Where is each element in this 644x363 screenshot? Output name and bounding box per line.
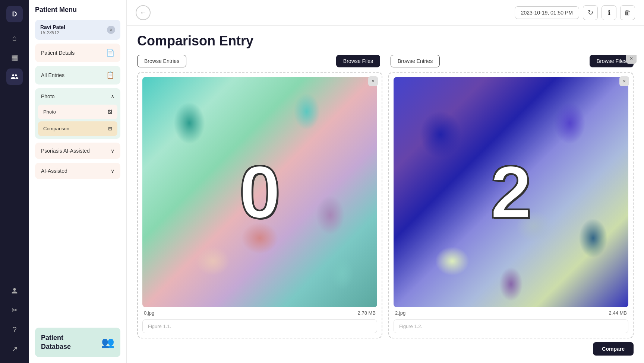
comparison-label: Comparison (43, 126, 69, 131)
comparison-panels: × 0 0.jpg 2.78 MB Figure 1.1. × 2 (137, 72, 634, 338)
photo-section-label: Photo (41, 93, 55, 99)
browse-entries-button-left[interactable]: Browse Entries (137, 55, 186, 67)
entries-icon: 📋 (106, 71, 114, 79)
patient-menu: Patient Menu Ravi Patel 18-23912 × Patie… (29, 0, 127, 363)
psoriasis-label: Psoriasis AI-Assisted (41, 148, 90, 154)
export-icon[interactable]: ↗ (6, 341, 23, 357)
comparison-toolbar: Browse Entries Browse Files Browse Entri… (137, 55, 634, 67)
panel-footer-right: 2.jpg 2.44 MB (394, 307, 628, 317)
compare-button[interactable]: Compare (593, 342, 634, 356)
photo-icon: 🖼 (107, 109, 112, 115)
panel-close-button-right[interactable]: × (619, 76, 629, 86)
chevron-up-icon: ∧ (111, 93, 114, 99)
photo-section: Photo ∧ Photo 🖼 Comparison ⊞ (35, 88, 120, 139)
ai-assisted-label: AI-Assisted (41, 168, 67, 174)
page-title: Comparison Entry (137, 33, 634, 49)
global-close-button[interactable]: × (626, 55, 637, 64)
image-number-0: 0 (239, 155, 280, 229)
user-icon[interactable] (6, 283, 23, 299)
sidebar-item-ai-assisted[interactable]: AI-Assisted ∨ (35, 163, 120, 179)
panel-image-right: 2 (394, 77, 628, 307)
sidebar-item-psoriasis[interactable]: Psoriasis AI-Assisted ∨ (35, 143, 120, 159)
back-button[interactable]: ← (136, 5, 151, 20)
datetime-badge: 2023-10-19, 01:50 PM (515, 6, 579, 19)
panel-caption-left[interactable]: Figure 1.1. (142, 319, 377, 333)
top-bar: ← 2023-10-19, 01:50 PM ↻ ℹ 🗑 (127, 0, 644, 26)
image-number-2: 2 (490, 155, 531, 229)
sidebar-item-all-entries[interactable]: All Entries 📋 (35, 66, 120, 85)
patient-details-label: Patient Details (41, 50, 75, 56)
filesize-left: 2.78 MB (358, 310, 376, 316)
panel-close-button-left[interactable]: × (368, 76, 378, 86)
top-bar-right: 2023-10-19, 01:50 PM ↻ ℹ 🗑 (515, 5, 635, 20)
app-logo[interactable]: D (6, 6, 23, 22)
panel-image-left: 0 (142, 77, 377, 307)
sidebar-item-patient-details[interactable]: Patient Details 📄 (35, 44, 120, 62)
patients-icon[interactable] (6, 69, 23, 85)
panel-caption-right[interactable]: Figure 1.2. (394, 319, 628, 333)
home-icon[interactable]: ⌂ (6, 30, 23, 46)
refresh-button[interactable]: ↻ (583, 5, 598, 20)
filename-right: 2.jpg (395, 310, 405, 316)
tools-icon[interactable]: ✂ (6, 302, 23, 318)
chevron-down-icon-psoriasis: ∨ (111, 148, 114, 154)
main-content: ← 2023-10-19, 01:50 PM ↻ ℹ 🗑 Comparison … (127, 0, 644, 363)
browse-files-button-left[interactable]: Browse Files (336, 55, 380, 67)
patient-name: Ravi Patel (40, 24, 65, 30)
photo-section-body: Photo 🖼 Comparison ⊞ (35, 105, 120, 139)
document-icon: 📄 (106, 49, 114, 57)
filename-left: 0.jpg (144, 310, 154, 316)
delete-button[interactable]: 🗑 (620, 5, 635, 20)
panel-footer-left: 0.jpg 2.78 MB (142, 307, 377, 317)
help-icon[interactable]: ? (6, 321, 23, 338)
icon-strip: D ⌂ ▦ ✂ ? ↗ (0, 0, 29, 363)
compare-btn-row: Compare (137, 338, 634, 356)
browse-entries-button-right[interactable]: Browse Entries (391, 55, 440, 67)
patient-db-icon: 👥 (101, 336, 114, 348)
all-entries-label: All Entries (41, 72, 64, 78)
sidebar-item-photo[interactable]: Photo 🖼 (38, 105, 117, 119)
calculator-icon[interactable]: ▦ (6, 49, 23, 66)
comparison-panel-left: × 0 0.jpg 2.78 MB Figure 1.1. (137, 72, 382, 338)
patient-id: 18-23912 (40, 30, 65, 35)
fractal-image-2: 2 (394, 77, 628, 307)
info-button[interactable]: ℹ (602, 5, 616, 20)
comparison-panel-right: × 2 2.jpg 2.44 MB Figure 1.2. (388, 72, 634, 338)
filesize-right: 2.44 MB (609, 310, 627, 316)
patient-database-card[interactable]: PatientDatabase 👥 (35, 328, 120, 357)
patient-card-close-button[interactable]: × (107, 26, 115, 34)
sidebar-item-comparison[interactable]: Comparison ⊞ (38, 121, 117, 136)
patient-db-title: PatientDatabase (41, 334, 71, 351)
comparison-area: Browse Entries Browse Files Browse Entri… (127, 55, 644, 363)
comparison-icon: ⊞ (108, 126, 112, 131)
patient-card[interactable]: Ravi Patel 18-23912 × (35, 20, 120, 40)
photo-label: Photo (43, 109, 56, 115)
patient-menu-title: Patient Menu (35, 6, 120, 14)
chevron-down-icon-ai: ∨ (111, 168, 114, 174)
fractal-image-0: 0 (142, 77, 377, 307)
photo-section-header[interactable]: Photo ∧ (35, 88, 120, 105)
page-header: Comparison Entry (127, 26, 644, 55)
